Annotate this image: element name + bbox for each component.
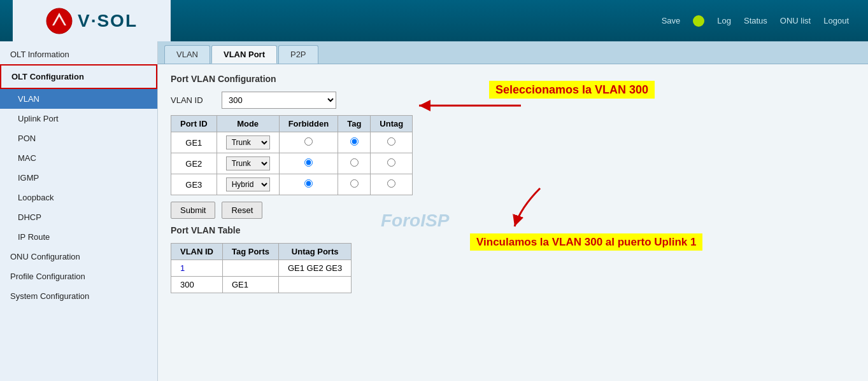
col-forbidden: Forbidden: [279, 116, 338, 132]
vlan-table-title: Port VLAN Table: [171, 225, 855, 235]
vlan-id-label: VLAN ID: [171, 95, 215, 105]
mode-select-ge1[interactable]: Trunk Hybrid Access: [226, 135, 270, 149]
mode-select-ge3[interactable]: Trunk Hybrid Access: [226, 177, 270, 191]
col-untag: Untag: [371, 116, 413, 132]
table-row: GE3 Trunk Hybrid Access: [171, 174, 413, 195]
tag-radio-ge1[interactable]: [350, 137, 359, 146]
logo-area: V·SOL: [13, 0, 171, 41]
untag-radio-ge2[interactable]: [387, 158, 395, 167]
main-content: VLAN VLAN Port P2P Port VLAN Configurati…: [158, 41, 868, 381]
forbidden-radio-ge1[interactable]: [304, 137, 313, 146]
list-item: 300 GE1: [171, 277, 352, 293]
sidebar-item-vlan[interactable]: VLAN: [0, 89, 157, 109]
mode-cell: Trunk Hybrid Access: [217, 132, 279, 153]
forbidden-cell: [279, 153, 338, 174]
sidebar-item-onu-config[interactable]: ONU Configuration: [0, 247, 157, 267]
tag-radio-ge2[interactable]: [350, 158, 359, 167]
col-port-id: Port ID: [171, 116, 217, 132]
tab-vlan-port[interactable]: VLAN Port: [211, 45, 277, 64]
status-link[interactable]: Status: [744, 16, 767, 25]
sidebar-item-olt-info[interactable]: OLT Information: [0, 45, 157, 64]
tag-cell: [338, 153, 371, 174]
logout-link[interactable]: Logout: [823, 16, 849, 25]
section-title: Port VLAN Configuration: [171, 74, 855, 84]
reset-button[interactable]: Reset: [222, 202, 262, 219]
vlan-col-id: VLAN ID: [171, 244, 223, 260]
sidebar-item-dhcp[interactable]: DHCP: [0, 207, 157, 227]
sidebar-item-ip-route[interactable]: IP Route: [0, 227, 157, 247]
vlan-table: VLAN ID Tag Ports Untag Ports 1 GE1 GE2 …: [171, 243, 352, 293]
vlan-col-untag: Untag Ports: [279, 244, 352, 260]
tab-bar: VLAN VLAN Port P2P: [158, 41, 868, 64]
col-mode: Mode: [217, 116, 279, 132]
sidebar-item-pon[interactable]: PON: [0, 128, 157, 148]
sidebar-item-system-config[interactable]: System Configuration: [0, 286, 157, 306]
sidebar-item-igmp[interactable]: IGMP: [0, 168, 157, 188]
forbidden-radio-ge3[interactable]: [304, 179, 313, 188]
save-button[interactable]: Save: [662, 16, 681, 25]
sidebar-item-olt-config[interactable]: OLT Configuration: [0, 64, 157, 89]
untag-cell: [371, 153, 413, 174]
vlan-id-val: 300: [171, 277, 223, 293]
tab-p2p[interactable]: P2P: [278, 45, 318, 64]
port-id-cell: GE1: [171, 132, 217, 153]
annotation-label-2: Vinculamos la VLAN 300 al puerto Uplink …: [470, 233, 702, 251]
tag-ports-val: GE1: [223, 277, 279, 293]
sidebar-item-mac[interactable]: MAC: [0, 148, 157, 168]
mode-cell: Trunk Hybrid Access: [217, 174, 279, 195]
untag-cell: [371, 132, 413, 153]
sidebar-item-loopback[interactable]: Loopback: [0, 188, 157, 207]
sidebar-item-profile-config[interactable]: Profile Configuration: [0, 267, 157, 286]
list-item: 1 GE1 GE2 GE3: [171, 260, 352, 277]
table-row: GE1 Trunk Hybrid Access: [171, 132, 413, 153]
log-link[interactable]: Log: [717, 16, 731, 25]
onu-list-link[interactable]: ONU list: [780, 16, 811, 25]
tag-cell: [338, 174, 371, 195]
vlan-id-row: VLAN ID 300 1: [171, 92, 855, 109]
sidebar-item-uplink-port[interactable]: Uplink Port: [0, 109, 157, 128]
untag-ports-val: [279, 277, 352, 293]
submit-button[interactable]: Submit: [171, 202, 215, 219]
col-tag: Tag: [338, 116, 371, 132]
forbidden-radio-ge2[interactable]: [304, 158, 313, 167]
table-row: GE2 Trunk Hybrid Access: [171, 153, 413, 174]
tag-radio-ge3[interactable]: [350, 179, 359, 188]
mode-select-ge2[interactable]: Trunk Hybrid Access: [226, 156, 270, 170]
untag-radio-ge1[interactable]: [387, 137, 395, 146]
form-buttons: Submit Reset: [171, 202, 855, 219]
tab-vlan[interactable]: VLAN: [164, 45, 210, 64]
vlan-id-val: 1: [171, 260, 223, 277]
forbidden-cell: [279, 132, 338, 153]
vlan-id-select[interactable]: 300 1: [222, 92, 336, 109]
vlan-id-link[interactable]: 1: [180, 263, 185, 273]
untag-ports-val: GE1 GE2 GE3: [279, 260, 352, 277]
status-indicator: [693, 15, 704, 27]
logo-text: V·SOL: [78, 11, 138, 31]
vlan-col-tag: Tag Ports: [223, 244, 279, 260]
sidebar: OLT Information OLT Configuration VLAN U…: [0, 41, 158, 381]
header: V·SOL Save Log Status ONU list Logout: [0, 0, 868, 41]
port-id-cell: GE3: [171, 174, 217, 195]
header-right: Save Log Status ONU list Logout: [171, 15, 855, 27]
untag-cell: [371, 174, 413, 195]
vsol-logo-icon: [46, 8, 73, 34]
annotation-vinculamos: Vinculamos la VLAN 300 al puerto Uplink …: [470, 236, 702, 249]
tag-ports-val: [223, 260, 279, 277]
layout: OLT Information OLT Configuration VLAN U…: [0, 41, 868, 381]
port-id-cell: GE2: [171, 153, 217, 174]
content-area: Port VLAN Configuration VLAN ID 300 1 Po…: [158, 64, 868, 303]
tag-cell: [338, 132, 371, 153]
untag-radio-ge3[interactable]: [387, 179, 395, 188]
mode-cell: Trunk Hybrid Access: [217, 153, 279, 174]
forbidden-cell: [279, 174, 338, 195]
port-config-table: Port ID Mode Forbidden Tag Untag GE1 Tru…: [171, 115, 413, 195]
